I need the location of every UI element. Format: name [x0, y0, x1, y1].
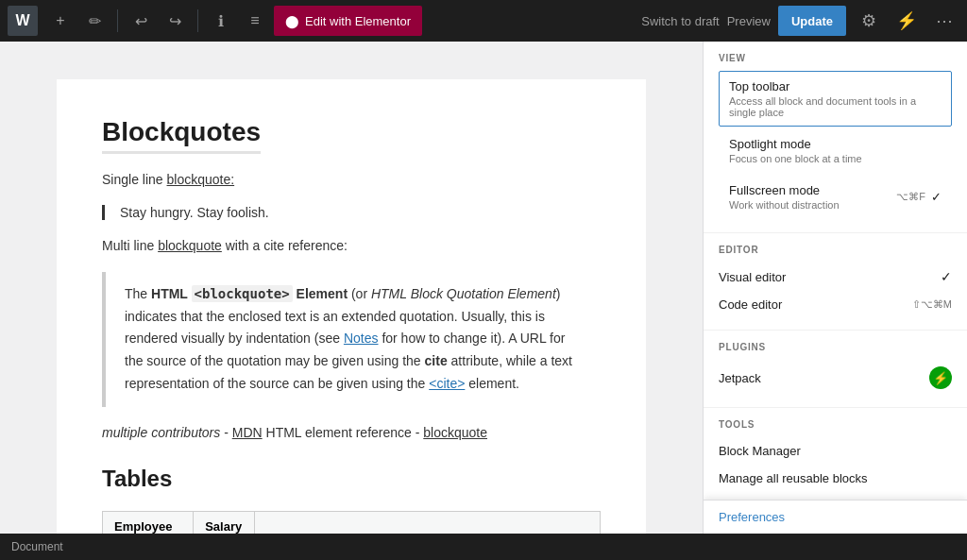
more-options-icon[interactable]: ⋯	[929, 6, 959, 36]
editor-content: Blockquotes Single line blockquote: Stay…	[57, 79, 646, 534]
manage-reusable-label: Manage all reusable blocks	[719, 471, 868, 485]
mdn-link[interactable]: MDN	[232, 425, 263, 440]
editor-section: EDITOR Visual editor ✓ Code editor ⇧⌥⌘M	[704, 233, 967, 331]
fullscreen-shortcut: ⌥⌘F	[896, 191, 925, 203]
blockquote-body: The HTML <blockquote> Element (or HTML B…	[125, 283, 582, 396]
simple-quote-text: Stay hungry. Stay foolish.	[120, 205, 269, 220]
spotlight-desc: Focus on one block at a time	[729, 153, 942, 164]
italic-name: HTML Block Quotation Element	[371, 286, 556, 301]
bold-cite: cite	[425, 353, 448, 368]
jetpack-icon[interactable]: ⚡	[891, 6, 922, 36]
code-editor-label: Code editor	[719, 297, 782, 312]
col-desc	[254, 512, 600, 534]
tools-label: TOOLS	[719, 419, 952, 430]
simple-blockquote: Stay hungry. Stay foolish.	[102, 205, 601, 220]
list-view-button[interactable]: ≡	[240, 6, 270, 36]
preferences-bar: Preferences	[704, 500, 967, 534]
switch-draft-button[interactable]: Switch to draft	[641, 14, 719, 28]
undo-button[interactable]: ↩	[126, 6, 156, 36]
fullscreen-meta: ⌥⌘F ✓	[896, 190, 942, 204]
right-panel: VIEW Top toolbar Access all block and do…	[703, 42, 967, 534]
data-table: Employee Salary John Doe$1Because that's…	[102, 511, 601, 534]
view-label: VIEW	[719, 53, 952, 63]
add-block-button[interactable]: +	[45, 6, 76, 36]
edit-with-elementor-button[interactable]: ⬤ Edit with Elementor	[274, 6, 422, 36]
fullscreen-text: Fullscreen mode Work without distraction	[729, 183, 840, 211]
blockquote-underline: blockquote:	[167, 172, 235, 187]
top-toolbar-desc: Access all block and document tools in a…	[729, 95, 942, 118]
plugins-label: PLUGINS	[719, 342, 952, 352]
spotlight-mode-option[interactable]: Spotlight mode Focus on one block at a t…	[719, 128, 952, 173]
settings-icon[interactable]: ⚙	[854, 6, 884, 36]
tables-heading: Tables	[102, 466, 601, 492]
top-toolbar: W + ✏ ↩ ↪ ℹ ≡ ⬤ Edit with Elementor Swit…	[0, 0, 967, 42]
blockquote-link[interactable]: blockquote	[423, 425, 487, 440]
blockquote-underline2: blockquote	[158, 238, 222, 253]
preview-button[interactable]: Preview	[727, 14, 771, 28]
top-toolbar-option[interactable]: Top toolbar Access all block and documen…	[719, 71, 952, 127]
document-label: Document	[11, 540, 63, 553]
edit-button[interactable]: ✏	[79, 6, 110, 36]
notes-link[interactable]: Notes	[344, 331, 379, 346]
toolbar-right: Switch to draft Preview Update ⚙ ⚡ ⋯	[641, 6, 959, 36]
visual-editor-check: ✓	[941, 269, 952, 284]
content-area: Blockquotes Single line blockquote: Stay…	[0, 42, 703, 534]
plugins-section: PLUGINS Jetpack ⚡	[704, 331, 967, 408]
divider-2	[197, 9, 198, 32]
visual-editor-option[interactable]: Visual editor ✓	[719, 263, 952, 291]
fullscreen-desc: Work without distraction	[729, 199, 840, 211]
wp-logo[interactable]: W	[8, 6, 38, 36]
block-blockquote: The HTML <blockquote> Element (or HTML B…	[102, 272, 601, 407]
single-line-intro: Single line blockquote:	[102, 169, 601, 190]
attribution-author: multiple contributors	[102, 425, 220, 440]
bottom-bar: Document	[0, 534, 967, 560]
col-salary: Salary	[194, 512, 255, 534]
block-manager-label: Block Manager	[719, 444, 801, 458]
editor-label: EDITOR	[719, 245, 952, 255]
top-toolbar-title: Top toolbar	[729, 79, 942, 93]
info-button[interactable]: ℹ	[206, 6, 236, 36]
fullscreen-mode-option[interactable]: Fullscreen mode Work without distraction…	[719, 175, 952, 219]
cite-element-link[interactable]: <cite>	[429, 376, 465, 391]
table-header-row: Employee Salary	[103, 512, 601, 534]
jetpack-name: Jetpack	[719, 371, 761, 385]
cite-text: with a cite reference:	[222, 238, 348, 253]
mono-tag: <blockquote>	[192, 285, 293, 302]
fullscreen-check: ✓	[931, 190, 942, 204]
redo-button[interactable]: ↪	[160, 6, 190, 36]
attribution: multiple contributors - MDN HTML element…	[102, 422, 601, 443]
attribution-rest: HTML element reference -	[266, 425, 424, 440]
main-area: Blockquotes Single line blockquote: Stay…	[0, 42, 967, 534]
preferences-link[interactable]: Preferences	[719, 510, 785, 524]
manage-reusable-item[interactable]: Manage all reusable blocks	[719, 465, 952, 492]
view-section: VIEW Top toolbar Access all block and do…	[704, 42, 967, 233]
blockquotes-heading: Blockquotes	[102, 117, 261, 154]
table-head: Employee Salary	[103, 512, 601, 534]
bold-html: HTML <blockquote> Element	[151, 285, 348, 302]
jetpack-plugin-icon: ⚡	[929, 366, 952, 389]
dash1: -	[224, 425, 232, 440]
code-editor-shortcut: ⇧⌥⌘M	[912, 298, 952, 311]
single-line-text: Single line	[102, 172, 163, 187]
multi-line-intro: Multi line blockquote with a cite refere…	[102, 235, 601, 256]
multi-line-text: Multi line	[102, 238, 158, 253]
update-button[interactable]: Update	[778, 6, 846, 36]
visual-editor-label: Visual editor	[719, 270, 786, 284]
jetpack-plugin-row: Jetpack ⚡	[719, 360, 952, 396]
elementor-icon: ⬤	[285, 14, 299, 28]
block-manager-item[interactable]: Block Manager	[719, 437, 952, 465]
spotlight-title: Spotlight mode	[729, 137, 942, 151]
code-editor-option[interactable]: Code editor ⇧⌥⌘M	[719, 291, 952, 318]
divider-1	[117, 9, 118, 32]
fullscreen-title: Fullscreen mode	[729, 183, 840, 197]
col-employee: Employee	[103, 512, 194, 534]
elementor-label: Edit with Elementor	[305, 14, 411, 28]
